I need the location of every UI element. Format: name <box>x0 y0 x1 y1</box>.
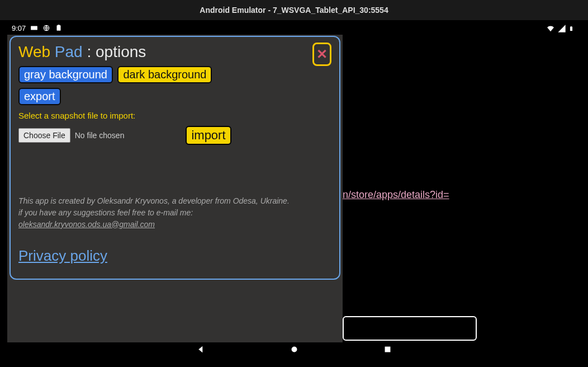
options-dialog: ✕ Web Pad : options gray background dark… <box>10 36 340 280</box>
keyboard-icon <box>30 24 38 32</box>
import-instruction: Select a snapshot file to import: <box>18 111 331 120</box>
nav-home-button[interactable] <box>290 345 299 356</box>
statusbar: 9:07 <box>7 21 581 35</box>
nav-recent-button[interactable] <box>383 345 392 356</box>
app-content: n/store/apps/details?id= ✕ Web Pad : opt… <box>7 35 581 342</box>
choose-file-button[interactable]: Choose File <box>18 128 70 143</box>
emulator-titlebar: Android Emulator - 7_WSVGA_Tablet_API_30… <box>0 0 588 20</box>
privacy-policy-link[interactable]: Privacy policy <box>18 247 107 265</box>
close-button[interactable]: ✕ <box>312 43 331 66</box>
battery-icon <box>568 24 576 32</box>
signal-icon <box>557 24 565 32</box>
svg-rect-2 <box>57 25 61 30</box>
globe-icon <box>42 24 50 32</box>
file-chosen-status: No file chosen <box>75 131 125 140</box>
triangle-back-icon <box>196 345 206 354</box>
background-input[interactable] <box>343 316 477 341</box>
emulator-title: Android Emulator - 7_WSVGA_Tablet_API_30… <box>200 6 388 15</box>
svg-rect-5 <box>571 26 572 27</box>
svg-rect-3 <box>58 25 60 26</box>
credits-email-link[interactable]: oleksandr.kryvonos.ods.ua@gmail.com <box>18 220 155 229</box>
credits-block: This app is created by Oleksandr Kryvono… <box>18 195 331 230</box>
svg-rect-0 <box>31 26 37 30</box>
dialog-title: Web Pad : options <box>18 43 331 62</box>
dark-background-button[interactable]: dark background <box>117 66 212 83</box>
export-button[interactable]: export <box>18 88 61 105</box>
svg-point-6 <box>291 346 297 352</box>
gray-background-button[interactable]: gray background <box>18 66 113 83</box>
system-navbar <box>7 342 581 358</box>
device-screen: 9:07 n/store/apps/details?id <box>7 21 581 358</box>
modal-backdrop: ✕ Web Pad : options gray background dark… <box>7 35 343 342</box>
title-web: Web <box>18 43 50 60</box>
import-button[interactable]: import <box>186 126 231 145</box>
svg-rect-7 <box>385 346 390 352</box>
statusbar-clock: 9:07 <box>12 24 26 32</box>
nav-back-button[interactable] <box>196 345 206 356</box>
store-link-fragment[interactable]: n/store/apps/details?id= <box>343 189 449 201</box>
wifi-icon <box>546 24 554 32</box>
square-recent-icon <box>383 345 392 354</box>
credits-line-1: This app is created by Oleksandr Kryvono… <box>18 195 331 207</box>
clipboard-icon <box>55 24 63 32</box>
title-pad: Pad <box>55 43 83 60</box>
title-suffix: : options <box>87 43 146 60</box>
circle-home-icon <box>290 345 299 354</box>
close-icon: ✕ <box>316 48 328 61</box>
credits-line-2: if you have any suggestions feel free to… <box>18 207 331 219</box>
svg-rect-4 <box>570 27 572 31</box>
